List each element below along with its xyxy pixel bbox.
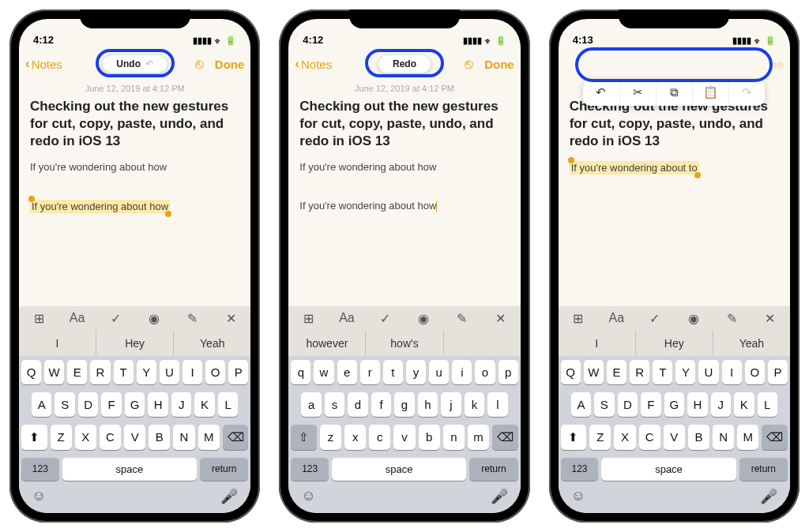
selection-handle-end[interactable] [694, 172, 701, 178]
close-icon[interactable]: ✕ [758, 311, 782, 326]
key[interactable]: T [653, 360, 672, 384]
table-icon[interactable]: ⊞ [566, 311, 590, 326]
selection-handle-end[interactable] [165, 211, 171, 217]
backspace-key[interactable]: ⌫ [492, 425, 518, 450]
back-button[interactable]: ‹Notes [295, 56, 332, 72]
suggestion[interactable]: I [559, 331, 636, 356]
key[interactable]: M [737, 425, 758, 450]
key[interactable]: i [452, 360, 472, 384]
key[interactable]: y [406, 360, 426, 384]
key[interactable]: j [441, 392, 461, 417]
key[interactable]: r [360, 360, 380, 384]
key[interactable]: K [734, 392, 754, 417]
close-icon[interactable]: ✕ [489, 311, 513, 326]
undo-pill[interactable]: Undo↶ [101, 54, 168, 73]
paste-button[interactable]: 📋 [693, 79, 729, 106]
done-button[interactable]: Done [215, 58, 245, 71]
key[interactable]: c [369, 425, 390, 450]
return-key[interactable]: return [739, 458, 788, 481]
key[interactable]: O [205, 360, 225, 384]
key[interactable]: z [320, 425, 341, 450]
key[interactable]: x [344, 425, 366, 450]
mic-icon[interactable]: 🎤 [760, 488, 777, 505]
key[interactable]: S [594, 392, 614, 417]
shift-key[interactable]: ⇧ [291, 425, 317, 450]
key[interactable]: Z [589, 425, 611, 450]
key[interactable]: k [465, 392, 484, 417]
format-icon[interactable]: Aa [335, 311, 359, 326]
key[interactable]: L [218, 392, 238, 417]
done-button[interactable]: ne [769, 58, 784, 71]
key[interactable]: J [171, 392, 191, 417]
suggestion[interactable]: Hey [636, 331, 713, 356]
redo-pill[interactable]: Redo [378, 54, 431, 73]
key[interactable]: m [468, 425, 489, 450]
table-icon[interactable]: ⊞ [296, 311, 320, 326]
numbers-key[interactable]: 123 [561, 458, 599, 481]
key[interactable]: R [90, 360, 110, 384]
key[interactable]: E [67, 360, 87, 384]
key[interactable]: C [100, 425, 121, 450]
key[interactable]: O [745, 360, 765, 384]
key[interactable]: W [584, 360, 604, 384]
key[interactable]: A [32, 392, 51, 417]
key[interactable]: U [160, 360, 179, 384]
shift-key[interactable]: ⬆︎ [561, 425, 587, 450]
key[interactable]: n [443, 425, 465, 450]
format-icon[interactable]: Aa [66, 311, 89, 326]
key[interactable]: l [487, 392, 507, 417]
suggestion[interactable]: Yeah [174, 331, 250, 356]
backspace-key[interactable]: ⌫ [762, 425, 788, 450]
note-content[interactable]: Checking out the new gestures for cut, c… [288, 96, 520, 306]
key[interactable]: a [301, 392, 321, 417]
key[interactable]: G [664, 392, 684, 417]
close-icon[interactable]: ✕ [219, 311, 243, 326]
undo-button[interactable]: ↶ [583, 79, 619, 106]
key[interactable]: s [325, 392, 344, 417]
key[interactable]: Q [21, 360, 41, 384]
key[interactable]: P [768, 360, 788, 384]
key[interactable]: Z [51, 425, 72, 450]
key[interactable]: F [101, 392, 121, 417]
camera-icon[interactable]: ◉ [142, 311, 166, 326]
key[interactable]: V [124, 425, 145, 450]
key[interactable]: d [348, 392, 367, 417]
key[interactable]: F [641, 392, 660, 417]
suggestion[interactable] [444, 331, 521, 356]
emoji-icon[interactable]: ☺ [571, 488, 585, 505]
back-button[interactable]: ‹Notes [25, 56, 62, 72]
key[interactable]: V [664, 425, 685, 450]
shift-key[interactable]: ⬆︎ [21, 425, 47, 450]
emoji-icon[interactable]: ☺ [32, 488, 46, 505]
table-icon[interactable]: ⊞ [27, 311, 51, 326]
key[interactable]: e [337, 360, 357, 384]
key[interactable]: I [722, 360, 742, 384]
home-bar[interactable] [630, 516, 717, 519]
key[interactable]: E [607, 360, 627, 384]
key[interactable]: D [78, 392, 98, 417]
checklist-icon[interactable]: ✓ [643, 311, 667, 326]
key[interactable]: t [383, 360, 403, 384]
key[interactable]: v [393, 425, 415, 450]
camera-icon[interactable]: ◉ [412, 311, 435, 326]
key[interactable]: Y [137, 360, 156, 384]
selection-handle-start[interactable] [568, 157, 574, 163]
space-key[interactable]: space [62, 458, 197, 481]
key[interactable]: T [114, 360, 134, 384]
home-bar[interactable] [361, 516, 448, 519]
key[interactable]: W [44, 360, 64, 384]
key[interactable]: X [75, 425, 96, 450]
return-key[interactable]: return [469, 458, 517, 481]
camera-icon[interactable]: ◉ [682, 311, 706, 326]
cut-button[interactable]: ✂︎ [620, 79, 657, 106]
selected-text[interactable]: If you're wondering about how [30, 200, 170, 213]
suggestion[interactable]: Yeah [713, 331, 790, 356]
share-icon[interactable]: ⎋ [195, 56, 204, 73]
suggestion[interactable]: how's [366, 331, 443, 356]
key[interactable]: Q [561, 360, 581, 384]
key[interactable]: B [688, 425, 709, 450]
space-key[interactable]: space [601, 458, 736, 481]
key[interactable]: G [125, 392, 145, 417]
copy-button[interactable]: ⧉ [657, 79, 693, 106]
key[interactable]: o [475, 360, 495, 384]
